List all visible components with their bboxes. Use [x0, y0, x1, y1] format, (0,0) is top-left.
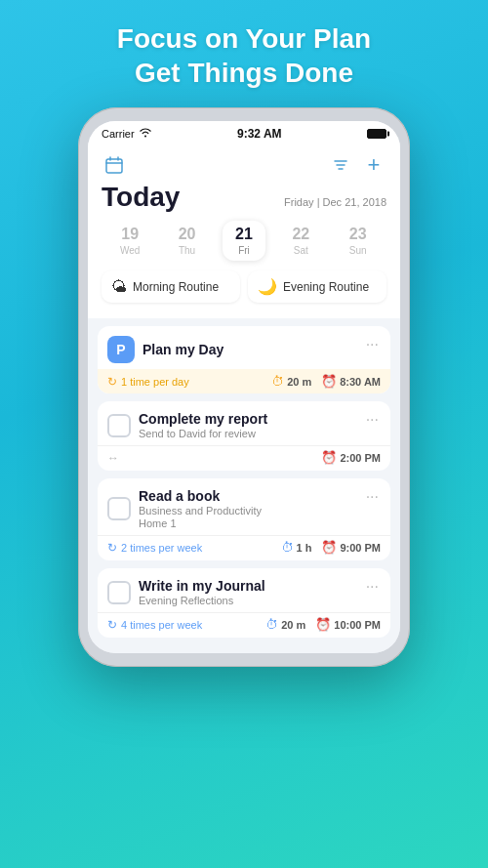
cal-day-22[interactable]: 22 Sat — [279, 221, 322, 261]
evening-icon: 🌙 — [258, 277, 277, 296]
tagline-line1: Focus on Your Plan — [117, 21, 371, 56]
cal-day-21[interactable]: 21 Fri — [223, 221, 265, 261]
plan-day-title: Plan my Day — [142, 342, 224, 357]
complete-report-checkbox[interactable] — [107, 414, 131, 437]
read-book-more[interactable]: ··· — [364, 488, 381, 506]
routine-row: 🌤 Morning Routine 🌙 Evening Routine — [102, 270, 386, 303]
write-journal-repeat-icon: ↻ — [107, 618, 117, 632]
write-journal-title: Write in my Journal — [139, 578, 265, 594]
plan-day-duration-icon: ⏱ — [271, 374, 284, 389]
write-journal-more[interactable]: ··· — [364, 578, 381, 596]
task-write-journal: Write in my Journal Evening Reflections … — [98, 568, 390, 638]
complete-report-subtitle: Send to David for review — [139, 428, 267, 439]
task-plan-day-main: P Plan my Day ··· — [98, 326, 390, 369]
cal-day-23[interactable]: 23 Sun — [337, 221, 380, 261]
read-book-duration-icon: ⏱ — [281, 540, 294, 555]
read-book-checkbox[interactable] — [107, 497, 131, 520]
evening-routine-pill[interactable]: 🌙 Evening Routine — [248, 270, 386, 303]
write-journal-checkbox[interactable] — [107, 581, 131, 604]
write-journal-subtitle: Evening Reflections — [139, 595, 265, 606]
write-journal-duration-icon: ⏱ — [265, 617, 278, 632]
date-label: Friday | Dec 21, 2018 — [284, 196, 386, 208]
plan-day-time-icon: ⏰ — [321, 374, 337, 389]
plan-day-duration: ⏱ 20 m — [271, 374, 311, 389]
carrier-label: Carrier — [102, 128, 135, 140]
task-write-journal-main: Write in my Journal Evening Reflections … — [98, 568, 390, 612]
task-plan-day: P Plan my Day ··· ↻ 1 time per day — [98, 326, 390, 393]
complete-report-title: Complete my report — [139, 411, 267, 427]
page-title: Today — [102, 182, 180, 213]
read-book-duration: ⏱ 1 h — [281, 540, 312, 555]
write-journal-duration: ⏱ 20 m — [265, 617, 305, 632]
phone-wrapper: Carrier 9:32 AM — [78, 107, 410, 667]
morning-routine-label: Morning Routine — [133, 280, 219, 294]
plan-day-time: ⏰ 8:30 AM — [321, 374, 381, 389]
task-complete-report-main: Complete my report Send to David for rev… — [98, 401, 390, 445]
calendar-icon[interactable] — [102, 152, 127, 178]
status-right — [367, 129, 386, 139]
morning-icon: 🌤 — [111, 278, 127, 296]
write-journal-footer: ↻ 4 times per week ⏱ 20 m ⏰ 10:00 PM — [98, 612, 390, 638]
content-area: P Plan my Day ··· ↻ 1 time per day — [88, 318, 400, 653]
tagline: Focus on Your Plan Get Things Done — [117, 21, 371, 90]
read-book-time-icon: ⏰ — [321, 540, 337, 555]
complete-report-time: ⏰ 2:00 PM — [321, 450, 381, 465]
plan-day-repeat-icon: ↻ — [107, 375, 117, 389]
plan-day-more[interactable]: ··· — [364, 336, 381, 353]
plan-day-icon: P — [107, 336, 135, 363]
battery-icon — [367, 129, 386, 139]
evening-routine-label: Evening Routine — [283, 280, 369, 294]
task-complete-report: Complete my report Send to David for rev… — [98, 401, 390, 471]
add-button[interactable]: + — [361, 152, 386, 178]
read-book-tag: Home 1 — [139, 517, 262, 529]
read-book-title: Read a book — [139, 488, 262, 504]
svg-rect-0 — [106, 159, 122, 173]
read-book-repeat-icon: ↻ — [107, 541, 117, 555]
morning-routine-pill[interactable]: 🌤 Morning Routine — [102, 270, 240, 303]
filter-icon[interactable] — [328, 152, 353, 178]
app-header: + Today Friday | Dec 21, 2018 19 Wed 20 … — [88, 145, 400, 318]
title-row: Today Friday | Dec 21, 2018 — [102, 182, 386, 213]
wifi-icon — [139, 128, 152, 140]
complete-report-footer: ↔ ⏰ 2:00 PM — [98, 445, 390, 471]
task-read-book: Read a book Business and Productivity Ho… — [98, 478, 390, 560]
status-bar: Carrier 9:32 AM — [88, 121, 400, 145]
read-book-subtitle: Business and Productivity — [139, 505, 262, 517]
status-left: Carrier — [102, 128, 152, 140]
write-journal-time-icon: ⏰ — [315, 617, 331, 632]
cal-day-20[interactable]: 20 Thu — [166, 221, 209, 261]
tagline-line2: Get Things Done — [117, 56, 371, 90]
task-read-book-main: Read a book Business and Productivity Ho… — [98, 478, 390, 535]
calendar-strip: 19 Wed 20 Thu 21 Fri 22 Sat — [102, 221, 386, 261]
read-book-freq: 2 times per week — [121, 542, 202, 554]
plan-day-footer: ↻ 1 time per day ⏱ 20 m ⏰ 8:30 AM — [98, 369, 390, 393]
app-toolbar: + — [102, 152, 386, 178]
write-journal-freq: 4 times per week — [121, 619, 202, 631]
pin-icon: ↔ — [107, 451, 119, 465]
time-display: 9:32 AM — [237, 127, 282, 141]
plan-day-freq: 1 time per day — [121, 376, 189, 388]
phone-screen: Carrier 9:32 AM — [88, 121, 400, 653]
write-journal-time: ⏰ 10:00 PM — [315, 617, 381, 632]
phone-shell: Carrier 9:32 AM — [78, 107, 410, 667]
complete-report-time-icon: ⏰ — [321, 450, 337, 465]
read-book-footer: ↻ 2 times per week ⏱ 1 h ⏰ 9:00 PM — [98, 535, 390, 560]
cal-day-19[interactable]: 19 Wed — [108, 221, 151, 261]
toolbar-right: + — [328, 152, 386, 178]
complete-report-more[interactable]: ··· — [364, 411, 381, 429]
read-book-time: ⏰ 9:00 PM — [321, 540, 381, 555]
